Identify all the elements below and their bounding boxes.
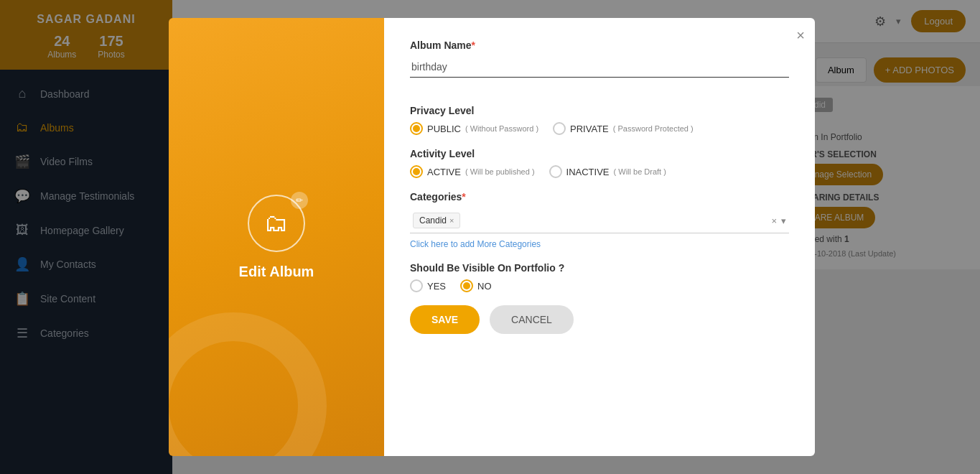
visible-radio-group: YES NO — [410, 279, 789, 292]
modal-title: Edit Album — [239, 264, 314, 280]
album-icon-wrap: 🗂 ✏ — [248, 195, 305, 252]
dropdown-icon[interactable]: ▾ — [781, 215, 786, 226]
required-marker-cat: * — [462, 191, 465, 203]
visible-yes-radio[interactable] — [410, 279, 423, 292]
more-link-text[interactable]: More — [477, 239, 496, 249]
categories-section: Categories* Candid × × ▾ Click here to a… — [410, 191, 789, 249]
public-label: PUBLIC — [427, 124, 461, 134]
radio-inner — [413, 168, 420, 175]
required-marker: * — [472, 40, 475, 51]
activity-active-radio[interactable] — [410, 165, 423, 178]
edit-badge-icon: ✏ — [291, 192, 308, 209]
active-sublabel: ( Will be published ) — [465, 167, 535, 176]
modal-left-panel: 🗂 ✏ Edit Album — [169, 18, 384, 456]
album-name-input[interactable] — [410, 57, 789, 78]
privacy-section: Privacy Level PUBLIC ( Without Password … — [410, 105, 789, 135]
privacy-public-radio[interactable] — [410, 122, 423, 135]
privacy-radio-group: PUBLIC ( Without Password ) PRIVATE ( Pa… — [410, 122, 789, 135]
modal-form: × Album Name* Privacy Level PUBLIC ( Wit… — [384, 18, 815, 456]
no-label: NO — [477, 281, 492, 292]
active-label: ACTIVE — [427, 167, 461, 177]
activity-section: Activity Level ACTIVE ( Will be publishe… — [410, 148, 789, 178]
activity-inactive-option[interactable]: INACTIVE ( Will be Draft ) — [549, 165, 666, 178]
category-tag-label: Candid — [419, 215, 447, 226]
radio-inner — [463, 282, 470, 289]
categories-label: Categories* — [410, 191, 789, 203]
visible-portfolio-section: Should Be Visible On Portfolio ? YES NO — [410, 262, 789, 292]
privacy-private-radio[interactable] — [553, 122, 566, 135]
inactive-sublabel: ( Will be Draft ) — [614, 167, 666, 176]
yes-label: YES — [427, 281, 446, 292]
privacy-public-option[interactable]: PUBLIC ( Without Password ) — [410, 122, 538, 135]
inactive-label: INACTIVE — [566, 167, 610, 177]
categories-controls: × ▾ — [771, 215, 786, 226]
activity-inactive-radio[interactable] — [549, 165, 562, 178]
privacy-label: Privacy Level — [410, 105, 789, 116]
privacy-private-option[interactable]: PRIVATE ( Password Protected ) — [553, 122, 694, 135]
category-tag-candid: Candid × — [413, 213, 460, 228]
activity-active-option[interactable]: ACTIVE ( Will be published ) — [410, 165, 535, 178]
categories-box: Candid × × ▾ — [410, 208, 789, 233]
folder-icon: 🗂 — [264, 209, 289, 237]
clear-categories-icon[interactable]: × — [771, 215, 777, 226]
remove-category-button[interactable]: × — [449, 216, 454, 225]
album-name-label: Album Name* — [410, 40, 789, 51]
album-name-section: Album Name* — [410, 40, 789, 92]
cancel-button[interactable]: CANCEL — [490, 305, 574, 334]
public-sublabel: ( Without Password ) — [465, 124, 538, 133]
private-label: PRIVATE — [570, 124, 609, 134]
activity-radio-group: ACTIVE ( Will be published ) INACTIVE ( … — [410, 165, 789, 178]
visible-portfolio-label: Should Be Visible On Portfolio ? — [410, 262, 789, 274]
private-sublabel: ( Password Protected ) — [613, 124, 694, 133]
visible-yes-option[interactable]: YES — [410, 279, 446, 292]
modal-close-button[interactable]: × — [796, 28, 805, 42]
visible-no-option[interactable]: NO — [460, 279, 492, 292]
visible-no-radio[interactable] — [460, 279, 473, 292]
radio-inner — [413, 125, 420, 132]
add-more-categories-link[interactable]: Click here to add More Categories — [410, 239, 789, 249]
activity-label: Activity Level — [410, 148, 789, 159]
edit-album-modal: 🗂 ✏ Edit Album × Album Name* Privacy Lev… — [169, 18, 815, 456]
save-button[interactable]: SAVE — [410, 305, 480, 334]
bg-circle — [169, 312, 327, 456]
form-button-row: SAVE CANCEL — [410, 305, 789, 334]
